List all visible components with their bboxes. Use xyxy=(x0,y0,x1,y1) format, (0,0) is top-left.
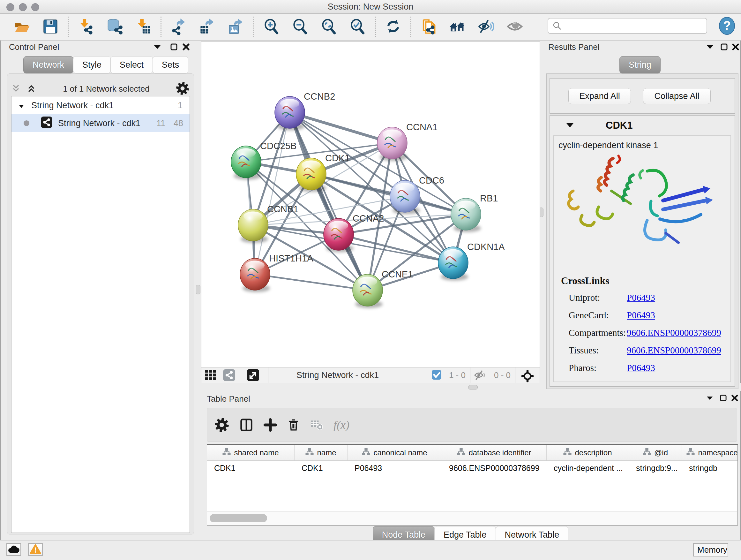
column-tree-icon xyxy=(222,448,231,457)
column-header--id[interactable]: @id xyxy=(629,445,682,460)
delete-table-icon[interactable] xyxy=(310,417,324,433)
status-bar: Memory xyxy=(0,540,741,560)
collapse-all-networks-icon[interactable] xyxy=(11,83,22,95)
zoom-in-button[interactable] xyxy=(263,18,280,36)
save-session-button[interactable] xyxy=(42,18,59,36)
column-header-canonical-name[interactable]: canonical name xyxy=(347,445,442,460)
duplicate-network-button[interactable] xyxy=(420,18,437,36)
tree-row-network[interactable]: String Network - cdk1 11 48 xyxy=(11,114,190,132)
expand-all-button[interactable]: Expand All xyxy=(568,88,631,104)
table-cell[interactable]: CDK1 xyxy=(207,461,294,476)
search-icon xyxy=(552,21,562,32)
show-all-button[interactable] xyxy=(506,18,524,36)
string-home-button[interactable] xyxy=(448,18,466,36)
tab-select[interactable]: Select xyxy=(111,56,153,73)
results-panel-title: Results Panel xyxy=(548,42,599,52)
memory-button[interactable]: Memory xyxy=(693,543,728,557)
help-icon: ? xyxy=(719,31,735,36)
table-cell[interactable]: P06493 xyxy=(347,461,442,476)
hide-selected-button[interactable] xyxy=(477,18,495,36)
network-node-CDC25B[interactable]: CDC25B xyxy=(231,141,296,180)
network-status-dot xyxy=(23,120,29,126)
network-node-CCNA1[interactable]: CCNA1 xyxy=(377,122,437,161)
network-canvas[interactable]: CCNB2 CCNA1 CDC25B CDK1 CDC6 xyxy=(201,42,540,367)
control-panel-float-icon[interactable] xyxy=(171,44,178,51)
table-settings-gear-icon[interactable] xyxy=(214,417,229,433)
table-panel-close-icon[interactable] xyxy=(731,395,738,402)
expand-all-networks-icon[interactable] xyxy=(26,83,37,95)
table-scrollbar-thumb[interactable] xyxy=(210,514,267,522)
import-table-button[interactable] xyxy=(134,18,152,36)
zoom-out-icon xyxy=(292,18,309,35)
crosslink-row: Uniprot:P06493 xyxy=(569,293,728,305)
table-cell[interactable]: 9606.ENSP00000378699 xyxy=(442,461,547,476)
collapse-all-button[interactable]: Collapse All xyxy=(643,88,711,104)
crosslink-row: Compartments:9606.ENSP00000378699 xyxy=(569,327,728,340)
birds-eye-grid-icon[interactable] xyxy=(205,369,217,381)
warning-status-button[interactable] xyxy=(28,543,43,556)
import-database-button[interactable] xyxy=(106,18,124,36)
network-node-CDC6[interactable]: CDC6 xyxy=(390,175,444,214)
crosslink-link[interactable]: 9606.ENSP00000378699 xyxy=(627,345,721,355)
network-node-RB1[interactable]: RB1 xyxy=(451,193,498,232)
table-cell[interactable]: stringdb xyxy=(682,461,738,476)
column-tree-icon xyxy=(362,448,370,457)
network-share-icon[interactable] xyxy=(223,369,235,381)
table-row[interactable]: CDK1CDK1P064939606.ENSP00000378699cyclin… xyxy=(207,461,738,476)
search-input[interactable] xyxy=(548,18,707,34)
crosslink-link[interactable]: P06493 xyxy=(627,310,655,320)
function-builder-fx-icon[interactable]: f(x) xyxy=(333,418,349,432)
column-header-description[interactable]: description xyxy=(547,445,629,460)
tab-style[interactable]: Style xyxy=(73,56,111,73)
column-header-shared-name[interactable]: shared name xyxy=(207,445,294,460)
table-panel-float-icon[interactable] xyxy=(720,395,727,402)
table-panel-collapse-icon[interactable] xyxy=(706,396,713,401)
crosslink-link[interactable]: 9606.ENSP00000378699 xyxy=(627,327,721,338)
open-session-button[interactable] xyxy=(13,18,30,36)
table-cell[interactable]: stringdb:9... xyxy=(629,461,682,476)
results-panel-close-icon[interactable] xyxy=(732,44,739,51)
gene-card-expander-icon[interactable] xyxy=(566,123,574,129)
export-image-button[interactable] xyxy=(227,18,245,36)
zoom-selected-button[interactable] xyxy=(349,18,367,36)
control-panel-collapse-icon[interactable] xyxy=(154,45,161,50)
zoom-out-button[interactable] xyxy=(291,18,309,36)
export-table-button[interactable] xyxy=(199,18,216,36)
tab-sets[interactable]: Sets xyxy=(152,56,188,73)
fit-selected-crosshair-icon[interactable] xyxy=(521,369,535,381)
table-cell[interactable]: cyclin-dependent ... xyxy=(547,461,629,476)
import-table-icon xyxy=(135,18,151,35)
network-node-HIST1H1A[interactable]: HIST1H1A xyxy=(240,253,313,292)
cloud-status-button[interactable] xyxy=(6,543,21,556)
add-column-icon[interactable] xyxy=(263,417,277,433)
results-panel-collapse-icon[interactable] xyxy=(706,45,714,50)
selected-checkbox[interactable] xyxy=(432,369,441,381)
help-button[interactable]: ? xyxy=(719,17,735,35)
refresh-button[interactable] xyxy=(384,18,402,36)
left-splitter-handle[interactable] xyxy=(196,285,200,294)
control-panel-close-icon[interactable] xyxy=(183,44,190,51)
crosslink-link[interactable]: P06493 xyxy=(627,363,655,373)
tree-row-collection[interactable]: String Network - cdk1 1 xyxy=(11,97,190,114)
network-options-gear-icon[interactable] xyxy=(176,81,190,97)
crosslink-link[interactable]: P06493 xyxy=(627,293,655,303)
zoom-fit-button[interactable] xyxy=(320,18,338,36)
tree-expander-icon[interactable] xyxy=(18,101,24,111)
delete-column-trash-icon[interactable] xyxy=(287,417,300,433)
network-edges[interactable] xyxy=(246,112,466,290)
column-header-database-identifier[interactable]: database identifier xyxy=(442,445,547,460)
horizontal-splitter-handle[interactable] xyxy=(468,385,478,389)
column-header-name[interactable]: name xyxy=(294,445,347,460)
table-horizontal-scrollbar[interactable] xyxy=(207,511,737,525)
export-network-button[interactable] xyxy=(170,18,188,36)
column-header-namespace[interactable]: namespace xyxy=(682,445,738,460)
tab-string[interactable]: String xyxy=(619,56,661,73)
column-tree-icon xyxy=(643,448,651,457)
table-cell[interactable]: CDK1 xyxy=(294,461,347,476)
import-network-button[interactable] xyxy=(77,18,95,36)
show-columns-icon[interactable] xyxy=(239,417,254,433)
results-panel-float-icon[interactable] xyxy=(721,44,728,51)
tab-network[interactable]: Network xyxy=(23,56,73,73)
network-node-CDKN1A[interactable]: CDKN1A xyxy=(438,242,505,281)
open-in-new-window-icon[interactable] xyxy=(247,369,259,381)
